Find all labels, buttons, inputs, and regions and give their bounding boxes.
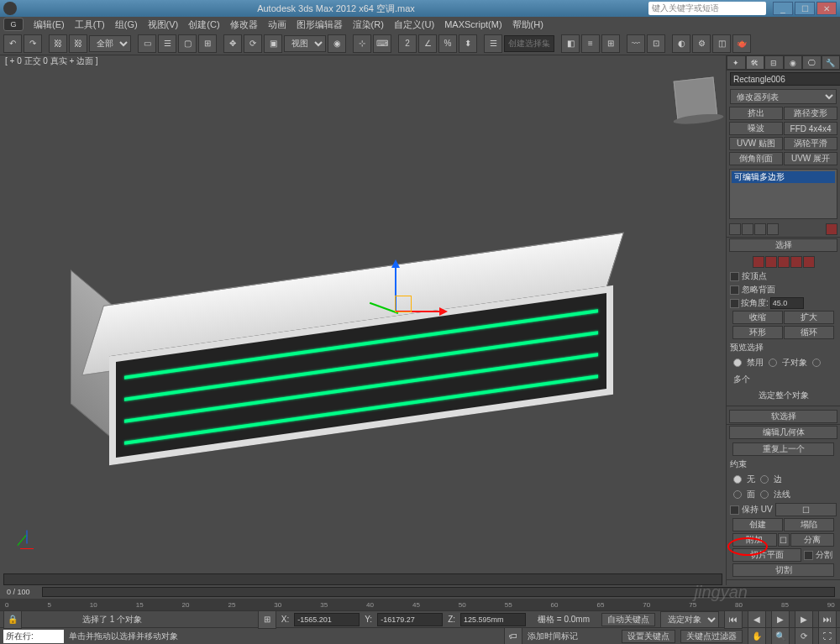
subobj-element[interactable]: [803, 256, 815, 268]
render-setup-button[interactable]: ⚙: [692, 34, 711, 53]
collapse-button[interactable]: 塌陷: [784, 518, 834, 531]
key-filters-button[interactable]: 关键点过滤器: [680, 630, 743, 643]
modify-tab[interactable]: 🛠: [746, 55, 765, 70]
rotate-button[interactable]: ⟳: [244, 34, 262, 53]
slice-plane-button[interactable]: 切片平面: [732, 548, 801, 562]
preview-off-radio[interactable]: [733, 359, 742, 367]
select-button[interactable]: ▭: [138, 34, 156, 53]
absolute-mode-button[interactable]: ⊞: [258, 610, 276, 629]
pin-stack-button[interactable]: [729, 223, 741, 235]
subobj-vertex[interactable]: [753, 256, 764, 268]
undo-button[interactable]: ↶: [3, 34, 22, 53]
detach-button[interactable]: 分离: [790, 533, 835, 547]
menu-customize[interactable]: 自定义(U): [389, 18, 439, 31]
help-search-input[interactable]: 键入关键字或短语: [648, 2, 766, 15]
render-frame-button[interactable]: ◫: [712, 34, 731, 53]
prev-frame-button[interactable]: ◀: [748, 610, 766, 629]
y-coord-input[interactable]: [377, 613, 443, 626]
curve-editor-button[interactable]: 〰: [627, 34, 645, 53]
attach-button[interactable]: 附加: [732, 533, 777, 547]
menu-graph[interactable]: 图形编辑器: [291, 18, 348, 31]
z-coord-input[interactable]: [460, 613, 526, 626]
pan-view-button[interactable]: ✋: [748, 627, 766, 645]
viewport-label[interactable]: [ + 0 正交 0 真实 + 边面 ]: [0, 55, 726, 69]
stack-editable-poly[interactable]: 可编辑多边形: [732, 171, 835, 183]
cut-button[interactable]: 切割: [732, 563, 834, 577]
close-button[interactable]: ✕: [816, 2, 837, 15]
create-button[interactable]: 创建: [732, 518, 783, 531]
modifier-list-dropdown[interactable]: 修改器列表: [730, 89, 837, 104]
minimize-button[interactable]: _: [773, 2, 793, 15]
menu-edit[interactable]: 编辑(E): [29, 18, 70, 31]
spinner-snap-button[interactable]: ⬍: [459, 34, 477, 53]
render-button[interactable]: 🫖: [732, 34, 751, 53]
window-crossing-button[interactable]: ⊞: [198, 34, 217, 53]
menu-maxscript[interactable]: MAXScript(M): [439, 19, 507, 29]
loop-button[interactable]: 循环: [784, 326, 834, 339]
rollout-selection[interactable]: 选择: [729, 238, 837, 252]
subobj-edge[interactable]: [765, 256, 777, 268]
align-button[interactable]: ≡: [581, 34, 600, 53]
display-tab[interactable]: 🖵: [802, 55, 822, 70]
select-name-button[interactable]: ☰: [158, 34, 176, 53]
orbit-button[interactable]: ⟳: [795, 627, 813, 645]
subobj-border[interactable]: [778, 256, 790, 268]
object-name-input[interactable]: [730, 72, 840, 86]
remove-mod-button[interactable]: [767, 223, 779, 235]
grow-button[interactable]: 扩大: [784, 311, 834, 324]
angle-spinner[interactable]: [770, 297, 804, 309]
perspective-viewport[interactable]: [0, 69, 726, 573]
named-sel-button[interactable]: ☰: [484, 34, 502, 53]
set-key-button[interactable]: 设置关键点: [622, 630, 675, 643]
menu-help[interactable]: 帮助(H): [507, 18, 549, 31]
constraint-face-radio[interactable]: [733, 490, 742, 499]
menu-modifiers[interactable]: 修改器: [225, 18, 263, 31]
link-button[interactable]: ⛓: [49, 34, 67, 53]
redo-button[interactable]: ↷: [24, 34, 42, 53]
preview-subobj-radio[interactable]: [769, 359, 777, 367]
goto-start-button[interactable]: ⏮: [724, 610, 743, 629]
create-tab[interactable]: ✦: [727, 55, 746, 70]
move-button[interactable]: ✥: [223, 34, 242, 53]
split-check[interactable]: [804, 551, 813, 560]
zoom-button[interactable]: 🔍: [771, 627, 790, 645]
mod-turbosmooth[interactable]: 涡轮平滑: [784, 137, 837, 150]
ignore-back-check[interactable]: [730, 285, 739, 295]
play-button[interactable]: ▶: [771, 610, 790, 629]
mod-uvwmap[interactable]: UVW 贴图: [729, 137, 783, 150]
selection-filter[interactable]: 全部: [89, 35, 131, 52]
lock-selection-button[interactable]: 🔒: [3, 610, 22, 629]
unlink-button[interactable]: ⛓: [69, 34, 87, 53]
layer-button[interactable]: ⊞: [601, 34, 620, 53]
rollout-edit-geometry[interactable]: 编辑几何体: [729, 426, 837, 439]
pivot-button[interactable]: ◉: [328, 34, 346, 53]
menu-tools[interactable]: 工具(T): [70, 18, 110, 31]
ring-button[interactable]: 环形: [732, 326, 783, 339]
ref-coord-system[interactable]: 视图: [284, 35, 326, 52]
snap-angle-button[interactable]: ∠: [418, 34, 437, 53]
preserve-uv-check[interactable]: [730, 505, 739, 515]
time-slider[interactable]: [42, 587, 835, 597]
hierarchy-tab[interactable]: ⊟: [764, 55, 784, 70]
keyboard-shortcut-button[interactable]: ⌨: [373, 34, 391, 53]
by-angle-check[interactable]: [730, 299, 739, 308]
mod-ffd[interactable]: FFD 4x4x4: [784, 122, 837, 135]
material-editor-button[interactable]: ◐: [672, 34, 690, 53]
mod-bevelprofile[interactable]: 倒角剖面: [729, 152, 783, 165]
constraint-normal-radio[interactable]: [760, 490, 769, 499]
subobj-polygon[interactable]: [790, 256, 802, 268]
mirror-button[interactable]: ◧: [561, 34, 580, 53]
by-vertex-check[interactable]: [730, 272, 739, 281]
named-selection-set-input[interactable]: [504, 35, 554, 52]
mod-uvwunwrap[interactable]: UVW 展开: [784, 152, 837, 165]
repeat-last-button[interactable]: 重复上一个: [732, 442, 834, 456]
mod-noise[interactable]: 噪波: [729, 122, 783, 135]
attach-list-button[interactable]: ☐: [778, 533, 790, 547]
utilities-tab[interactable]: 🔧: [822, 55, 841, 70]
viewport-scroll-h[interactable]: [3, 573, 722, 585]
configure-sets-button[interactable]: [826, 223, 837, 235]
scale-button[interactable]: ▣: [264, 34, 282, 53]
unique-button[interactable]: [754, 223, 766, 235]
x-coord-input[interactable]: [294, 613, 360, 626]
snap-2d-button[interactable]: 2: [398, 34, 417, 53]
